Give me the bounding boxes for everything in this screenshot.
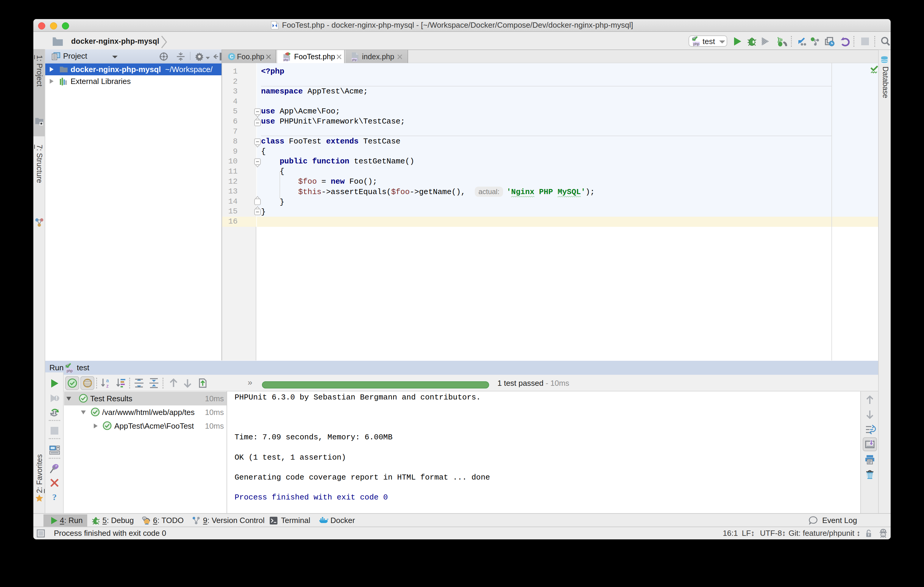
svg-text:php: php <box>352 58 356 61</box>
svg-text:a: a <box>106 378 109 383</box>
svg-text:php: php <box>284 58 288 61</box>
svg-text:php: php <box>693 42 699 46</box>
svg-text:z: z <box>106 383 109 388</box>
svg-text:!: ! <box>56 395 58 401</box>
svg-text:php: php <box>67 369 73 373</box>
svg-text:?: ? <box>53 492 57 502</box>
svg-text:C: C <box>230 54 233 59</box>
svg-text:T: T <box>868 533 870 537</box>
